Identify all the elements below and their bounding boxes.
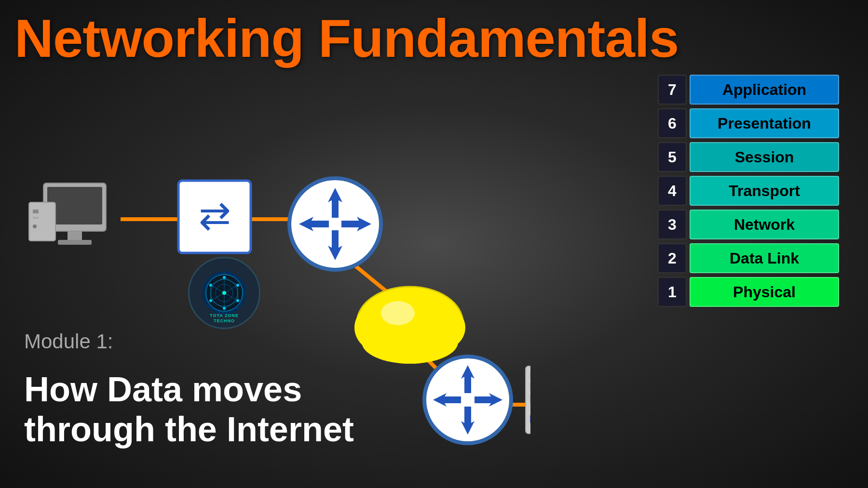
module-title: How Data moves through the Internet: [24, 369, 439, 449]
osi-layer-7: 7Application: [658, 75, 839, 105]
logo: TOTA ZONETECHNO: [188, 257, 260, 329]
page-title: Networking Fundamentals: [14, 9, 678, 68]
svg-point-29: [381, 301, 415, 325]
osi-layer-3: 3Network: [658, 210, 839, 239]
svg-rect-22: [310, 221, 329, 227]
osi-number-2: 2: [658, 243, 687, 273]
osi-layer-6: 6Presentation: [658, 108, 839, 138]
osi-number-7: 7: [658, 75, 687, 105]
svg-rect-7: [68, 231, 82, 241]
logo-inner: [203, 271, 246, 315]
osi-label-transport: Transport: [690, 176, 839, 206]
osi-layer-2: 2Data Link: [658, 243, 839, 273]
svg-rect-11: [33, 217, 39, 219]
osi-number-5: 5: [658, 142, 687, 172]
osi-number-1: 1: [658, 277, 687, 307]
osi-label-session: Session: [690, 142, 839, 172]
svg-rect-42: [529, 382, 530, 391]
osi-layer-1: 1Physical: [658, 277, 839, 307]
svg-text:⇄: ⇄: [199, 194, 231, 237]
osi-number-4: 4: [658, 176, 687, 206]
osi-layer-4: 4Transport: [658, 176, 839, 206]
osi-label-presentation: Presentation: [690, 108, 839, 138]
svg-rect-43: [529, 394, 530, 403]
logo-text: TOTA ZONETECHNO: [210, 313, 239, 324]
svg-rect-41: [529, 371, 530, 380]
svg-rect-33: [464, 375, 471, 393]
osi-label-data-link: Data Link: [690, 243, 839, 273]
svg-rect-24: [341, 221, 361, 227]
svg-point-28: [362, 320, 458, 364]
svg-point-12: [33, 224, 37, 228]
svg-rect-8: [58, 240, 92, 245]
osi-layers-panel: 7Application6Presentation5Session4Transp…: [658, 75, 839, 307]
osi-label-application: Application: [690, 75, 839, 105]
osi-layer-5: 5Session: [658, 142, 839, 172]
svg-rect-35: [464, 407, 471, 425]
osi-number-6: 6: [658, 108, 687, 138]
svg-rect-37: [443, 396, 461, 403]
module-label: Module 1:: [24, 330, 113, 353]
osi-number-3: 3: [658, 210, 687, 239]
svg-rect-18: [332, 198, 339, 218]
osi-label-network: Network: [690, 210, 839, 239]
svg-rect-10: [33, 210, 39, 213]
osi-label-physical: Physical: [690, 277, 839, 307]
svg-rect-9: [29, 202, 55, 241]
svg-rect-20: [332, 230, 339, 250]
svg-rect-39: [475, 396, 493, 403]
